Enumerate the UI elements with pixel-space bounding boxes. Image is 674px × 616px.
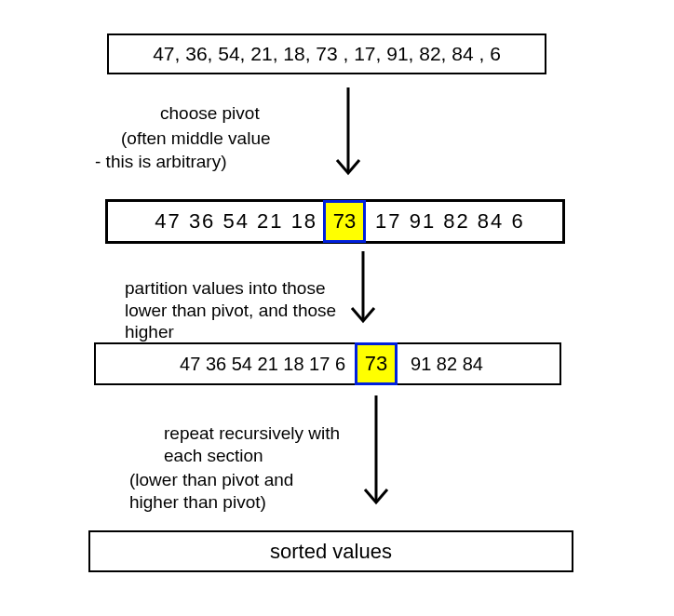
- partitioned-array-box: 47 36 54 21 18 17 6 73 91 82 84: [94, 342, 561, 385]
- step1-label-line3: - this is arbitrary): [95, 151, 226, 173]
- step3-label-text2: (lower than pivot and higher than pivot): [129, 470, 293, 512]
- step2-label: partition values into those lower than p…: [125, 255, 336, 343]
- pivot-array-right: 17 91 82 84 6: [371, 209, 525, 234]
- pivot-cell: 73: [323, 200, 366, 243]
- pivot-cell-partitioned: 73: [355, 342, 398, 385]
- sorted-values-box: sorted values: [88, 530, 573, 572]
- step2-label-text: partition values into those lower than p…: [125, 278, 336, 342]
- pivot-array-left: 47 36 54 21 18: [145, 209, 317, 234]
- sorted-values-text: sorted values: [270, 540, 392, 564]
- pivot-value: 73: [333, 209, 356, 234]
- partition-right: 91 82 84: [407, 354, 483, 375]
- pivot-array-box: 47 36 54 21 18 73 17 91 82 84 6: [105, 199, 565, 244]
- arrow1-icon: [330, 80, 367, 192]
- step1-label-line1: choose pivot: [160, 102, 260, 125]
- step3-label-line2: (lower than pivot and higher than pivot): [129, 447, 293, 513]
- step1-label-line2: (often middle value: [121, 127, 271, 150]
- partition-left: 47 36 54 21 18 17 6: [172, 354, 345, 375]
- pivot-value-partitioned: 73: [365, 352, 387, 376]
- arrow3-icon: [357, 391, 395, 521]
- arrow2-icon: [344, 247, 382, 335]
- initial-array-text: 47, 36, 54, 21, 18, 73 , 17, 91, 82, 84 …: [153, 43, 501, 65]
- initial-array-box: 47, 36, 54, 21, 18, 73 , 17, 91, 82, 84 …: [107, 33, 546, 74]
